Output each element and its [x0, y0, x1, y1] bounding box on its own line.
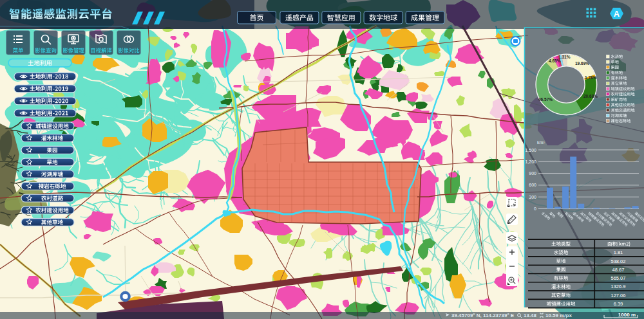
svg-text:538.02: 538.02 — [611, 259, 626, 264]
svg-text:39.45709° N, 114.23739° E: 39.45709° N, 114.23739° E — [451, 313, 515, 318]
svg-text:600: 600 — [529, 183, 536, 187]
svg-text:48.67: 48.67 — [612, 267, 625, 273]
svg-text:20.68%: 20.68% — [583, 94, 598, 98]
svg-text:0: 0 — [534, 206, 536, 211]
svg-text:1,500: 1,500 — [525, 148, 536, 152]
svg-text:13.48: 13.48 — [524, 313, 537, 318]
svg-text:1.28%: 1.28% — [585, 75, 597, 80]
svg-text:4.65%: 4.65% — [549, 59, 561, 63]
svg-text:300: 300 — [529, 195, 536, 199]
svg-text:127.06: 127.06 — [611, 293, 626, 298]
svg-text:1.31%: 1.31% — [558, 55, 571, 59]
svg-text:km²: km² — [537, 140, 545, 145]
svg-text:1000 m: 1000 m — [618, 312, 636, 318]
svg-text:46.57%: 46.57% — [538, 97, 553, 102]
svg-text:1.81: 1.81 — [614, 250, 623, 255]
svg-text:565.07: 565.07 — [611, 275, 626, 281]
svg-text:1,200: 1,200 — [525, 160, 536, 164]
svg-text:1326.9: 1326.9 — [611, 284, 626, 289]
svg-text:6.39: 6.39 — [614, 301, 623, 307]
svg-text:19.69%: 19.69% — [575, 61, 589, 66]
svg-text:10.59 m/px: 10.59 m/px — [545, 313, 572, 318]
svg-text:900: 900 — [529, 171, 536, 176]
svg-text:A: A — [614, 9, 620, 19]
